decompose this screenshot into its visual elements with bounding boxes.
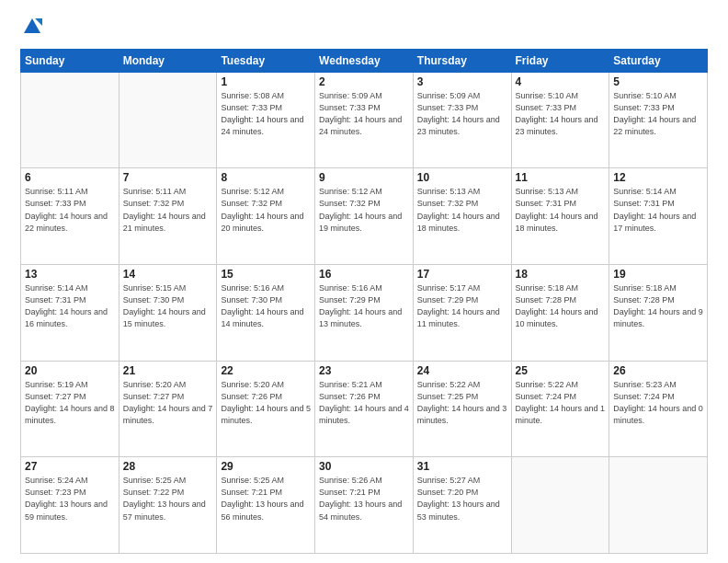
calendar-cell: 2Sunrise: 5:09 AMSunset: 7:33 PMDaylight… bbox=[315, 72, 414, 168]
calendar-week-3: 20Sunrise: 5:19 AMSunset: 7:27 PMDayligh… bbox=[21, 361, 708, 457]
calendar-week-1: 6Sunrise: 5:11 AMSunset: 7:33 PMDaylight… bbox=[21, 168, 708, 265]
calendar-cell: 17Sunrise: 5:17 AMSunset: 7:29 PMDayligh… bbox=[413, 265, 511, 362]
day-number: 10 bbox=[417, 171, 507, 184]
day-info: Sunrise: 5:14 AMSunset: 7:31 PMDaylight:… bbox=[613, 186, 703, 234]
header bbox=[20, 17, 708, 41]
day-header-saturday: Saturday bbox=[609, 49, 708, 72]
day-number: 25 bbox=[516, 364, 606, 377]
day-info: Sunrise: 5:11 AMSunset: 7:32 PMDaylight:… bbox=[123, 186, 213, 234]
logo-icon bbox=[22, 17, 42, 37]
calendar-cell bbox=[21, 72, 119, 168]
day-number: 6 bbox=[25, 171, 115, 184]
day-number: 19 bbox=[613, 268, 703, 281]
day-number: 15 bbox=[221, 268, 311, 281]
day-number: 7 bbox=[123, 171, 213, 184]
calendar-cell: 7Sunrise: 5:11 AMSunset: 7:32 PMDaylight… bbox=[119, 168, 217, 265]
day-info: Sunrise: 5:18 AMSunset: 7:28 PMDaylight:… bbox=[516, 282, 606, 330]
day-info: Sunrise: 5:16 AMSunset: 7:30 PMDaylight:… bbox=[221, 282, 311, 330]
day-number: 3 bbox=[417, 75, 507, 88]
day-info: Sunrise: 5:21 AMSunset: 7:26 PMDaylight:… bbox=[319, 379, 409, 427]
day-info: Sunrise: 5:27 AMSunset: 7:20 PMDaylight:… bbox=[417, 475, 507, 523]
day-info: Sunrise: 5:11 AMSunset: 7:33 PMDaylight:… bbox=[25, 186, 115, 234]
calendar-cell bbox=[511, 457, 609, 554]
calendar-cell: 3Sunrise: 5:09 AMSunset: 7:33 PMDaylight… bbox=[413, 72, 511, 168]
day-info: Sunrise: 5:25 AMSunset: 7:21 PMDaylight:… bbox=[221, 475, 311, 523]
calendar-cell: 1Sunrise: 5:08 AMSunset: 7:33 PMDaylight… bbox=[217, 72, 315, 168]
day-number: 30 bbox=[319, 460, 409, 473]
day-number: 11 bbox=[516, 171, 606, 184]
day-info: Sunrise: 5:19 AMSunset: 7:27 PMDaylight:… bbox=[25, 379, 115, 427]
day-info: Sunrise: 5:18 AMSunset: 7:28 PMDaylight:… bbox=[613, 282, 703, 330]
day-info: Sunrise: 5:22 AMSunset: 7:25 PMDaylight:… bbox=[417, 379, 507, 427]
day-number: 13 bbox=[25, 268, 115, 281]
day-info: Sunrise: 5:13 AMSunset: 7:31 PMDaylight:… bbox=[516, 186, 606, 234]
calendar-week-4: 27Sunrise: 5:24 AMSunset: 7:23 PMDayligh… bbox=[21, 457, 708, 554]
day-header-thursday: Thursday bbox=[413, 49, 511, 72]
day-info: Sunrise: 5:14 AMSunset: 7:31 PMDaylight:… bbox=[25, 282, 115, 330]
day-number: 22 bbox=[221, 364, 311, 377]
calendar-cell: 26Sunrise: 5:23 AMSunset: 7:24 PMDayligh… bbox=[609, 361, 708, 457]
calendar-cell: 9Sunrise: 5:12 AMSunset: 7:32 PMDaylight… bbox=[315, 168, 414, 265]
calendar-cell: 5Sunrise: 5:10 AMSunset: 7:33 PMDaylight… bbox=[609, 72, 708, 168]
calendar-cell: 31Sunrise: 5:27 AMSunset: 7:20 PMDayligh… bbox=[413, 457, 511, 554]
day-info: Sunrise: 5:20 AMSunset: 7:26 PMDaylight:… bbox=[221, 379, 311, 427]
day-info: Sunrise: 5:17 AMSunset: 7:29 PMDaylight:… bbox=[417, 282, 507, 330]
svg-marker-1 bbox=[35, 18, 42, 26]
day-header-monday: Monday bbox=[119, 49, 217, 72]
day-number: 26 bbox=[613, 364, 703, 377]
calendar-cell: 25Sunrise: 5:22 AMSunset: 7:24 PMDayligh… bbox=[511, 361, 609, 457]
day-info: Sunrise: 5:23 AMSunset: 7:24 PMDaylight:… bbox=[613, 379, 703, 427]
calendar-cell: 23Sunrise: 5:21 AMSunset: 7:26 PMDayligh… bbox=[315, 361, 414, 457]
day-info: Sunrise: 5:26 AMSunset: 7:21 PMDaylight:… bbox=[319, 475, 409, 523]
day-number: 8 bbox=[221, 171, 311, 184]
calendar-cell: 8Sunrise: 5:12 AMSunset: 7:32 PMDaylight… bbox=[217, 168, 315, 265]
day-info: Sunrise: 5:13 AMSunset: 7:32 PMDaylight:… bbox=[417, 186, 507, 234]
day-header-friday: Friday bbox=[511, 49, 609, 72]
logo bbox=[20, 17, 42, 41]
day-number: 23 bbox=[319, 364, 409, 377]
day-number: 18 bbox=[516, 268, 606, 281]
calendar-cell: 15Sunrise: 5:16 AMSunset: 7:30 PMDayligh… bbox=[217, 265, 315, 362]
day-number: 28 bbox=[123, 460, 213, 473]
calendar-cell bbox=[119, 72, 217, 168]
day-info: Sunrise: 5:09 AMSunset: 7:33 PMDaylight:… bbox=[417, 90, 507, 138]
day-info: Sunrise: 5:20 AMSunset: 7:27 PMDaylight:… bbox=[123, 379, 213, 427]
day-number: 17 bbox=[417, 268, 507, 281]
day-info: Sunrise: 5:25 AMSunset: 7:22 PMDaylight:… bbox=[123, 475, 213, 523]
day-header-wednesday: Wednesday bbox=[315, 49, 414, 72]
calendar-cell bbox=[609, 457, 708, 554]
calendar-cell: 11Sunrise: 5:13 AMSunset: 7:31 PMDayligh… bbox=[511, 168, 609, 265]
calendar-cell: 28Sunrise: 5:25 AMSunset: 7:22 PMDayligh… bbox=[119, 457, 217, 554]
calendar-cell: 19Sunrise: 5:18 AMSunset: 7:28 PMDayligh… bbox=[609, 265, 708, 362]
calendar-week-2: 13Sunrise: 5:14 AMSunset: 7:31 PMDayligh… bbox=[21, 265, 708, 362]
calendar-cell: 10Sunrise: 5:13 AMSunset: 7:32 PMDayligh… bbox=[413, 168, 511, 265]
calendar-cell: 24Sunrise: 5:22 AMSunset: 7:25 PMDayligh… bbox=[413, 361, 511, 457]
day-number: 27 bbox=[25, 460, 115, 473]
day-number: 4 bbox=[516, 75, 606, 88]
day-info: Sunrise: 5:12 AMSunset: 7:32 PMDaylight:… bbox=[319, 186, 409, 234]
calendar-cell: 13Sunrise: 5:14 AMSunset: 7:31 PMDayligh… bbox=[21, 265, 119, 362]
day-header-sunday: Sunday bbox=[21, 49, 119, 72]
day-info: Sunrise: 5:12 AMSunset: 7:32 PMDaylight:… bbox=[221, 186, 311, 234]
day-info: Sunrise: 5:08 AMSunset: 7:33 PMDaylight:… bbox=[221, 90, 311, 138]
calendar-cell: 16Sunrise: 5:16 AMSunset: 7:29 PMDayligh… bbox=[315, 265, 414, 362]
calendar-header-row: SundayMondayTuesdayWednesdayThursdayFrid… bbox=[21, 49, 708, 72]
day-number: 12 bbox=[613, 171, 703, 184]
day-info: Sunrise: 5:10 AMSunset: 7:33 PMDaylight:… bbox=[613, 90, 703, 138]
day-number: 24 bbox=[417, 364, 507, 377]
day-number: 5 bbox=[613, 75, 703, 88]
calendar: SundayMondayTuesdayWednesdayThursdayFrid… bbox=[20, 49, 708, 554]
page: SundayMondayTuesdayWednesdayThursdayFrid… bbox=[0, 0, 728, 563]
calendar-cell: 30Sunrise: 5:26 AMSunset: 7:21 PMDayligh… bbox=[315, 457, 414, 554]
calendar-week-0: 1Sunrise: 5:08 AMSunset: 7:33 PMDaylight… bbox=[21, 72, 708, 168]
day-number: 1 bbox=[221, 75, 311, 88]
calendar-cell: 22Sunrise: 5:20 AMSunset: 7:26 PMDayligh… bbox=[217, 361, 315, 457]
day-info: Sunrise: 5:10 AMSunset: 7:33 PMDaylight:… bbox=[516, 90, 606, 138]
day-number: 31 bbox=[417, 460, 507, 473]
day-info: Sunrise: 5:16 AMSunset: 7:29 PMDaylight:… bbox=[319, 282, 409, 330]
calendar-cell: 4Sunrise: 5:10 AMSunset: 7:33 PMDaylight… bbox=[511, 72, 609, 168]
day-number: 9 bbox=[319, 171, 409, 184]
day-number: 29 bbox=[221, 460, 311, 473]
calendar-cell: 6Sunrise: 5:11 AMSunset: 7:33 PMDaylight… bbox=[21, 168, 119, 265]
day-number: 21 bbox=[123, 364, 213, 377]
